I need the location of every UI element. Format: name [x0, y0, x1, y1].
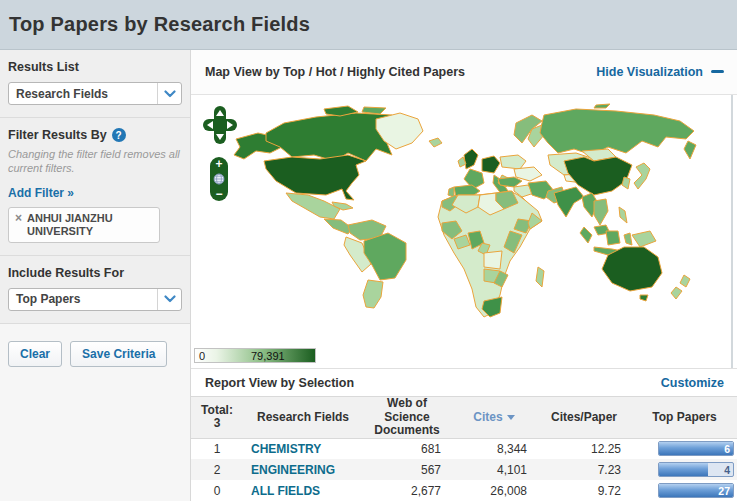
docs-cell: 681 — [363, 438, 451, 459]
main-panel: Map View by Top / Hot / Highly Cited Pap… — [190, 50, 737, 501]
world-map[interactable] — [196, 103, 736, 348]
rank-cell: 2 — [191, 459, 243, 480]
hide-visualization-link[interactable]: Hide Visualization — [596, 65, 724, 79]
results-list-select[interactable]: Research Fields — [8, 82, 182, 105]
map-region-brazil[interactable] — [364, 233, 406, 280]
rank-cell: 1 — [191, 438, 243, 459]
results-list-selected-value: Research Fields — [9, 87, 157, 101]
cites-cell: 8,344 — [451, 438, 537, 459]
globe-icon[interactable] — [213, 173, 225, 185]
top-papers-value: 4 — [724, 463, 730, 477]
map-region-new-guinea[interactable] — [632, 231, 656, 247]
zoom-in-button[interactable]: + — [215, 159, 222, 169]
top-papers-cell: 27 — [631, 480, 737, 501]
results-list-label: Results List — [8, 60, 182, 74]
map-region-tasmania[interactable] — [640, 295, 648, 301]
total-value: 3 — [191, 417, 243, 430]
bar-fill — [659, 442, 733, 455]
sort-descending-icon — [507, 415, 515, 420]
map-region-usa[interactable] — [264, 155, 366, 200]
top-papers-bar: 4 — [658, 462, 734, 477]
field-link[interactable]: ALL FIELDS — [251, 484, 320, 498]
report-header: Report View by Selection Customize — [191, 368, 737, 396]
customize-link[interactable]: Customize — [661, 376, 724, 390]
chevron-down-icon[interactable] — [157, 83, 181, 104]
include-results-label: Include Results For — [8, 266, 182, 280]
map-region-madagascar[interactable] — [536, 267, 544, 287]
cites-per-paper-cell: 9.72 — [537, 480, 631, 501]
map-header: Map View by Top / Hot / Highly Cited Pap… — [191, 50, 737, 95]
filter-results-label: Filter Results By — [8, 128, 107, 142]
map-region-poland[interactable] — [500, 155, 526, 169]
zoom-out-button[interactable]: − — [215, 189, 222, 199]
hide-visualization-label: Hide Visualization — [596, 65, 703, 79]
top-papers-cell: 6 — [631, 438, 737, 459]
map-region-uk[interactable] — [464, 149, 478, 169]
filter-tag[interactable]: × ANHUI JIANZHU UNIVERSITY — [8, 207, 160, 243]
map-region-turkey[interactable] — [498, 177, 522, 187]
map-viewport: + − 0 79,391 — [191, 95, 737, 368]
legend-min-value: 0 — [199, 350, 205, 362]
save-criteria-button[interactable]: Save Criteria — [70, 341, 167, 367]
filter-section: Filter Results By ? Changing the filter … — [0, 118, 190, 256]
docs-cell: 567 — [363, 459, 451, 480]
map-region-thailand-vietnam[interactable] — [594, 199, 608, 225]
map-region-australia[interactable] — [602, 247, 662, 291]
page-title: Top Papers by Research Fields — [9, 13, 310, 36]
report-view-title: Report View by Selection — [205, 376, 661, 390]
docs-cell: 2,677 — [363, 480, 451, 501]
map-region-philippines[interactable] — [619, 207, 627, 223]
chevron-down-icon[interactable] — [157, 289, 181, 310]
map-right-border — [731, 95, 733, 368]
map-region-india[interactable] — [554, 187, 584, 217]
collapse-minus-icon[interactable] — [711, 70, 724, 73]
map-region-sumatra[interactable] — [580, 227, 592, 243]
field-cell: ALL FIELDS — [243, 480, 363, 501]
map-regions[interactable] — [234, 104, 696, 317]
cites-per-paper-cell: 7.23 — [537, 459, 631, 480]
field-cell: ENGINEERING — [243, 459, 363, 480]
column-header-total: Total: 3 — [191, 397, 243, 438]
map-region-kamchatka[interactable] — [684, 141, 696, 159]
column-header-cites[interactable]: Cites — [451, 397, 537, 438]
map-pan-control[interactable] — [203, 104, 237, 146]
column-header-top-papers[interactable]: Top Papers — [631, 397, 737, 438]
map-region-central-america[interactable] — [324, 219, 352, 234]
map-region-mexico[interactable] — [286, 193, 340, 219]
map-region-sulawesi[interactable] — [624, 233, 632, 245]
map-view-title: Map View by Top / Hot / Highly Cited Pap… — [205, 65, 596, 79]
column-header-cites-per-paper[interactable]: Cites/Paper — [537, 397, 631, 438]
include-results-section: Include Results For Top Papers — [0, 256, 190, 324]
map-region-dr-congo[interactable] — [484, 251, 502, 269]
map-region-russia-islands[interactable] — [594, 104, 610, 108]
top-papers-cell: 4 — [631, 459, 737, 480]
map-region-arctic-islands-2[interactable] — [362, 107, 386, 114]
field-link[interactable]: ENGINEERING — [251, 463, 335, 477]
sidebar: Results List Research Fields Filter Resu… — [0, 50, 190, 501]
map-region-iceland[interactable] — [429, 138, 442, 147]
help-icon[interactable]: ? — [112, 128, 126, 142]
field-link[interactable]: CHEMISTRY — [251, 442, 321, 456]
map-zoom-control[interactable]: + − — [210, 157, 228, 201]
map-region-new-zealand-north[interactable] — [680, 275, 690, 287]
column-header-research-fields[interactable]: Research Fields — [243, 397, 363, 438]
sidebar-buttons: Clear Save Criteria — [0, 324, 190, 384]
clear-button[interactable]: Clear — [8, 341, 62, 367]
top-papers-value: 27 — [718, 484, 730, 498]
add-filter-link[interactable]: Add Filter » — [8, 186, 74, 200]
map-region-new-zealand-south[interactable] — [671, 287, 682, 299]
map-region-portugal[interactable] — [448, 187, 454, 197]
remove-filter-icon[interactable]: × — [15, 212, 22, 238]
include-results-select[interactable]: Top Papers — [8, 288, 182, 311]
map-region-argentina[interactable] — [363, 280, 383, 308]
column-header-wos-documents[interactable]: Web of Science Documents — [363, 397, 451, 438]
map-region-korea[interactable] — [622, 177, 630, 189]
map-region-germany[interactable] — [482, 156, 500, 173]
results-list-section: Results List Research Fields — [0, 50, 190, 118]
table-header-row: Total: 3 Research Fields Web of Science … — [191, 397, 737, 438]
map-region-russia[interactable] — [540, 109, 694, 155]
include-results-selected-value: Top Papers — [9, 292, 157, 306]
map-region-japan[interactable] — [634, 163, 650, 189]
filter-note: Changing the filter field removes all cu… — [8, 148, 182, 176]
map-region-borneo[interactable] — [606, 231, 620, 245]
